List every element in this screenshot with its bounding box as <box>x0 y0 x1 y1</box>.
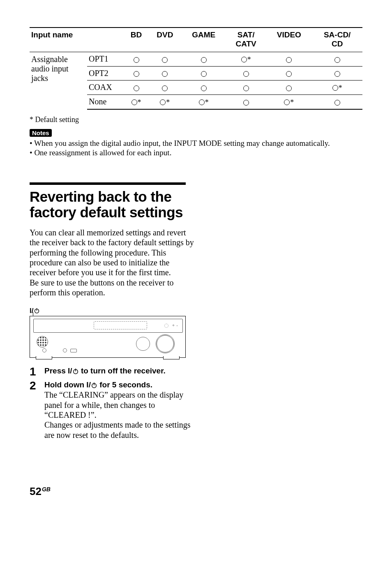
row-label: COAX <box>87 80 124 94</box>
row-label: OPT2 <box>87 66 124 80</box>
th-dvd: DVD <box>148 28 181 52</box>
default-setting-footnote: * Default setting <box>30 115 362 124</box>
step-item: 1Press I/ to turn off the receiver. <box>30 366 198 378</box>
table-cell <box>312 66 362 80</box>
steps-list: 1Press I/ to turn off the receiver.2Hold… <box>30 366 198 440</box>
table-cell: * <box>148 94 181 109</box>
notes-list: • When you assign the digital audio inpu… <box>30 138 362 158</box>
section-rule <box>30 182 186 185</box>
table-cell <box>124 52 148 67</box>
table-cell <box>266 66 312 80</box>
table-cell <box>266 52 312 67</box>
th-sacd-cd: SA-CD/ CD <box>312 28 362 52</box>
power-icon <box>34 308 40 314</box>
step-heading: Hold down I/ for 5 seconds. <box>44 380 198 390</box>
table-cell <box>182 80 226 94</box>
intro-paragraph: You can clear all memorized settings and… <box>30 228 194 298</box>
power-button-label: I/ <box>30 307 362 315</box>
table-cell <box>124 80 148 94</box>
receiver-illustration <box>30 316 186 358</box>
row-label: OPT1 <box>87 52 124 67</box>
step-number: 1 <box>30 366 39 378</box>
section-title: Reverting back to the factory default se… <box>30 189 202 220</box>
note-item: • One reassignment is allowed for each i… <box>30 148 362 158</box>
table-cell <box>148 80 181 94</box>
table-cell <box>226 80 266 94</box>
th-bd: BD <box>124 28 148 52</box>
table-row: Assignable audio input jacksOPT1* <box>30 52 362 67</box>
th-game: GAME <box>182 28 226 52</box>
table-cell <box>182 52 226 67</box>
table-cell <box>266 80 312 94</box>
table-cell <box>124 66 148 80</box>
table-cell: * <box>266 94 312 109</box>
table-cell <box>148 52 181 67</box>
row-label: None <box>87 94 124 109</box>
table-cell: * <box>124 94 148 109</box>
step-heading: Press I/ to turn off the receiver. <box>44 366 198 376</box>
power-icon <box>72 368 79 375</box>
th-sat-catv: SAT/ CATV <box>226 28 266 52</box>
note-item: • When you assign the digital audio inpu… <box>30 138 362 148</box>
power-icon <box>91 382 97 389</box>
table-cell <box>182 66 226 80</box>
step-item: 2Hold down I/ for 5 seconds.The “CLEARIN… <box>30 380 198 440</box>
page-number: 52GB <box>30 485 362 498</box>
table-cell <box>226 66 266 80</box>
table-cell: * <box>312 80 362 94</box>
table-cell: * <box>226 52 266 67</box>
th-input-name: Input name <box>30 28 87 52</box>
th-blank <box>87 28 124 52</box>
table-cell <box>312 52 362 67</box>
th-video: VIDEO <box>266 28 312 52</box>
table-cell <box>312 94 362 109</box>
row-group-label: Assignable audio input jacks <box>30 52 87 109</box>
table-cell <box>226 94 266 109</box>
input-assignment-table: Input name BD DVD GAME SAT/ CATV VIDEO S… <box>30 27 362 110</box>
table-cell: * <box>182 94 226 109</box>
step-number: 2 <box>30 380 39 440</box>
table-cell <box>148 66 181 80</box>
notes-badge: Notes <box>30 129 52 137</box>
step-body: The “CLEARING” appears on the display pa… <box>44 390 198 440</box>
